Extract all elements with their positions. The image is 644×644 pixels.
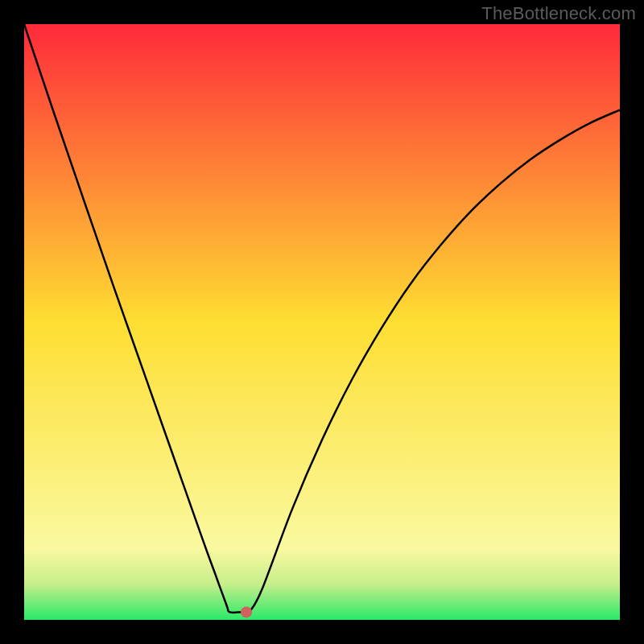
minimum-marker xyxy=(241,606,252,617)
watermark-text: TheBottleneck.com xyxy=(481,3,636,24)
gradient-background xyxy=(24,24,620,620)
plot-area xyxy=(24,24,620,620)
chart-svg xyxy=(24,24,620,620)
chart-frame: TheBottleneck.com xyxy=(0,0,644,644)
